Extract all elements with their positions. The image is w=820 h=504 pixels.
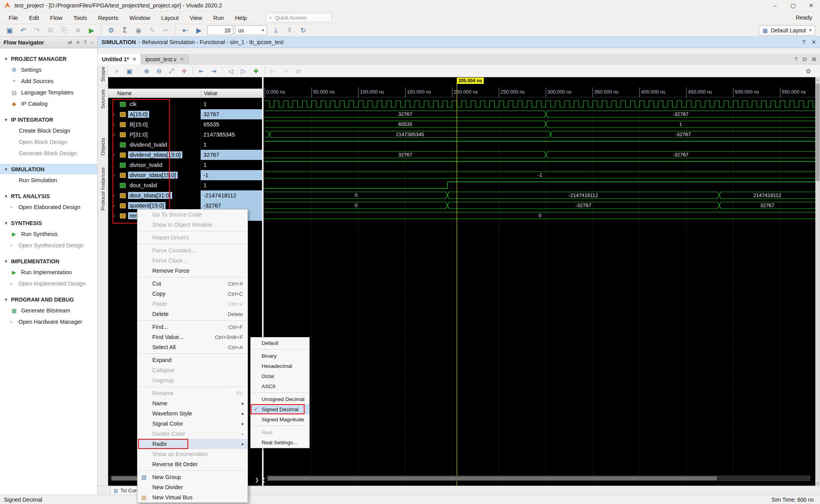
menu-reports[interactable]: Reports [93,11,124,24]
run-all-icon[interactable]: ▶ [193,25,205,36]
swap-cursors-icon[interactable]: ⇄ [292,66,304,76]
expand-chevron-icon[interactable]: › [113,193,120,198]
flownav-section-implementation[interactable]: ▼IMPLEMENTATION [0,256,97,266]
menu-edit[interactable]: Edit [23,11,45,24]
splitter-collapse-icons[interactable]: ❯❮ [255,477,268,483]
flownav-collapse-icon[interactable]: – [91,39,94,45]
context-menu-item-force-constant[interactable]: Force Constant... [137,245,248,256]
quick-access-search[interactable]: ⌕ Quick Access [266,13,332,22]
help-icon[interactable]: ? [795,56,797,62]
close-button[interactable]: ✕ [802,0,820,11]
menu-tools[interactable]: Tools [68,11,93,24]
relaunch-sim-icon[interactable]: ↻ [297,25,310,36]
close-icon[interactable]: ✕ [132,57,136,62]
tab-untitled-1[interactable]: Untitled 1*✕ [98,54,141,64]
pause-icon[interactable]: ‖ [283,25,296,36]
flownav-toggle-view-icon[interactable]: ⇄ [68,39,72,45]
signal-row-p-31-0[interactable]: ›P[31:0]2147385345 [108,130,262,140]
redo-icon[interactable]: ↷ [30,25,43,36]
flownav-section-project-manager[interactable]: ▼PROJECT MANAGER [0,53,97,64]
context-menu-item-signal-color[interactable]: Signal Color▸ [137,419,248,429]
time-unit-select[interactable]: us ▾ [235,25,267,35]
flownav-item-open-elaborated-design[interactable]: ›Open Elaborated Design [0,201,97,213]
minimize-button[interactable]: – [766,0,784,11]
signal-row-divisor-tdata-15-0[interactable]: ›divisor_tdata[15:0]-1 [108,170,262,180]
step-icon[interactable]: ⤓ [269,25,282,36]
save-waveform-icon[interactable]: ▣ [123,66,135,76]
context-menu-item-report-drivers[interactable]: Report Drivers [137,232,248,243]
expand-chevron-icon[interactable]: › [113,213,120,218]
context-menu-item-go-to-source-code[interactable]: Go To Source Code [137,209,248,220]
view-close-icon[interactable]: ✕ [811,39,816,45]
context-menu-item-divider-color[interactable]: Divider Color▸ [137,429,248,439]
flownav-section-ip-integrator[interactable]: ▼IP INTEGRATOR [0,114,97,125]
menu-layout[interactable]: Layout [156,11,184,24]
column-header-name[interactable]: Name [108,90,201,96]
signal-row-a-15-0[interactable]: ›A[15:0]32767 [108,109,262,119]
waveform-panel[interactable]: 0.000 ns50.000 ns100.000 ns150.000 ns200… [264,77,815,486]
context-menu-item-paste[interactable]: PasteCtrl+V [137,299,248,309]
side-tab-protocol-instances[interactable]: Protocol Instances [98,167,108,211]
signal-row-dout-tvalid[interactable]: dout_tvalid1 [108,180,262,190]
context-menu-item-select-all[interactable]: Select AllCtrl+A [137,342,248,352]
expand-chevron-icon[interactable]: › [113,122,120,127]
context-menu-item-reverse-bit-order[interactable]: Reverse Bit Order [137,459,248,469]
signal-row-dividend-tvalid[interactable]: dividend_tvalid1 [108,140,262,150]
flownav-item-add-sources[interactable]: ＋Add Sources [0,75,97,87]
context-menu-item-collapse[interactable]: Collapse [137,365,248,375]
goto-time-zero-icon[interactable]: ⇤ [195,66,207,76]
menu-flow[interactable]: Flow [45,11,68,24]
view-help-icon[interactable]: ? [802,39,805,45]
context-menu-item-new-divider[interactable]: New Divider [137,482,248,492]
snap-right-icon[interactable]: ⊣ [280,66,292,76]
expand-chevron-icon[interactable]: › [113,152,120,158]
radix-option-signed-magnitude[interactable]: Signed Magnitude [251,414,309,424]
zoom-out-icon[interactable]: ⊖ [153,66,165,76]
context-menu-item-name[interactable]: Name▸ [137,398,248,408]
flownav-pin-icon[interactable]: ≡ [77,39,80,45]
flownav-item-run-implementation[interactable]: ▶Run Implementation [0,266,97,278]
flownav-item-create-block-design[interactable]: Create Block Design [0,125,97,136]
waveform-vscrollbar[interactable]: ▲ ▼ [815,77,820,486]
signal-row-dout-tdata-31-0[interactable]: ›dout_tdata[31:0]-2147418112 [108,190,262,201]
menu-help[interactable]: Help [229,11,252,24]
next-transition-icon[interactable]: ▷ [237,66,250,76]
expand-chevron-icon[interactable]: › [113,172,120,178]
cursor-time-label[interactable]: 205.004 ns [457,78,484,84]
find-icon[interactable]: ⌕ [111,66,123,76]
radix-option-ascii[interactable]: ASCII [251,381,309,391]
settings-gear-icon[interactable]: ⚙ [105,25,118,36]
run-flow-icon[interactable]: ▶ [85,25,98,36]
flownav-section-synthesis[interactable]: ▼SYNTHESIS [0,218,97,228]
previous-transition-icon[interactable]: ◁ [225,66,237,76]
radix-option-binary[interactable]: Binary [251,351,309,361]
expand-chevron-icon[interactable]: › [113,112,120,117]
flownav-item-generate-block-design[interactable]: Generate Block Design [0,147,97,159]
context-menu-item-waveform-style[interactable]: Waveform Style▸ [137,408,248,419]
maximize-window-icon[interactable]: ⊞ [812,56,816,62]
edit-pencil-icon[interactable]: ✎ [146,25,159,36]
context-menu-item-find[interactable]: Find...Ctrl+F [137,322,248,332]
context-menu-item-radix[interactable]: Radix▸ [137,439,248,449]
side-tab-sources[interactable]: Sources [98,89,108,109]
delete-icon[interactable]: ✕ [71,25,84,36]
scroll-up-icon[interactable]: ▲ [815,77,820,82]
restart-sim-icon[interactable]: ⇤ [179,25,192,36]
scroll-down-icon[interactable]: ▼ [815,481,820,486]
column-header-value[interactable]: Value [201,90,262,96]
menu-file[interactable]: File [3,11,23,24]
save-icon[interactable]: ▣ [3,25,16,36]
radix-option-octal[interactable]: Octal [251,371,309,381]
flownav-item-ip-catalog[interactable]: ◆IP Catalog [0,98,97,109]
zoom-to-cursor-icon[interactable]: ✛ [178,66,190,76]
context-menu-item-copy[interactable]: CopyCtrl+C [137,289,248,299]
context-menu-item-remove-force[interactable]: Remove Force [137,266,248,276]
flownav-item-run-simulation[interactable]: Run Simulation [0,174,97,186]
context-menu-item-ungroup[interactable]: Ungroup [137,375,248,385]
flownav-section-simulation[interactable]: ▼SIMULATION [0,164,97,174]
close-icon[interactable]: ✕ [180,57,184,62]
menu-view[interactable]: View [184,11,208,24]
context-menu-item-show-in-object-window[interactable]: Show in Object Window [137,220,248,230]
waveform-canvas[interactable]: 0.000 ns50.000 ns100.000 ns150.000 ns200… [264,77,815,486]
signal-row-clk[interactable]: clk1 [108,99,262,109]
